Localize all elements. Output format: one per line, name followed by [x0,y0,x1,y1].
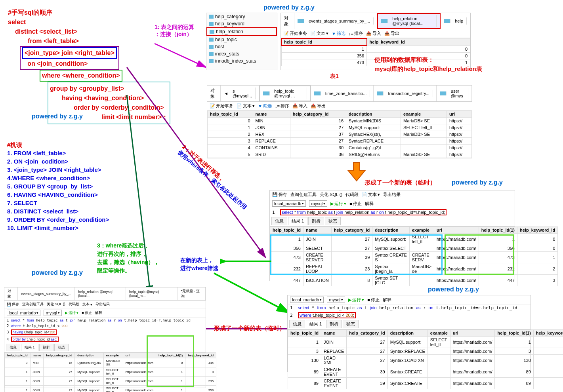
table-row[interactable]: 3REPLACE27Syntax:REPLACEhttps://mariadb.… [288,348,563,355]
explain-button[interactable]: 解释 [365,201,374,207]
text-button[interactable]: 📄文本▾ [362,192,380,198]
tab-profile[interactable]: 剖析 [326,320,342,328]
col-header[interactable]: url [447,111,472,118]
tab-objects[interactable]: 对象 [207,86,221,101]
col-header[interactable]: name [321,330,346,337]
tab-result1[interactable]: 结果 1 [288,217,307,225]
sql-line-1[interactable]: 1 select * from help_topic as t join hel… [288,304,531,311]
connection-combo[interactable]: local_mariadb [272,200,306,207]
tab-help[interactable]: help [441,13,470,29]
col-header[interactable]: example [103,353,123,358]
beautify-button[interactable]: 美化 SQL () [47,302,65,307]
db-combo[interactable]: mysql [309,200,327,207]
table-row[interactable]: 4CONTAINS30Contains(g1,g2)Ihttps:// [208,145,472,151]
col-header[interactable]: help_category_id [347,330,387,337]
tab-active[interactable]: *无标题 - 查询 [178,287,206,300]
col-header[interactable]: description [387,330,427,337]
tab-info[interactable]: 信息 [6,344,20,351]
tree-item[interactable]: help_keyword [206,20,277,27]
table-row[interactable]: 89CREATE EVENT39Syntax:CREATEhttps://mar… [288,366,563,378]
table-row[interactable]: 1JOIN27MySQL support:SELECT left_tlhttps… [208,124,472,131]
col-header[interactable]: help_topic_id [5,353,31,358]
table-row[interactable]: 1JOIN27MySQL support:SELECT left_tlhttps… [288,337,563,348]
sort-button[interactable]: ↓≡排序 [349,30,363,36]
query-builder-button[interactable]: 查询创建工具 [22,302,44,307]
snippet-button[interactable]: 代码段 [345,192,359,198]
col-header[interactable]: help_keyword_id [517,227,557,234]
col-header[interactable]: name [253,111,290,118]
table-row[interactable]: 130LOAD XML27Syntax:LOAD XNhttps://maria… [288,355,563,366]
col-header[interactable]: example [409,227,434,234]
export-button[interactable]: 📤导出 [384,30,399,36]
explain-button[interactable]: 解释 [383,297,391,303]
tab[interactable]: ◄s @mysql... [221,86,259,101]
table-row[interactable]: 3REPLACE27Syntax:REPLACEhttps:// [208,138,472,145]
sql-line[interactable]: 1 select * from help_topic as t join hel… [4,318,206,323]
col-header[interactable]: help_topic_id [270,227,303,234]
text-button[interactable]: 📄文本▾ [237,103,255,109]
tab[interactable]: events_stages_summary_by_... [18,287,75,300]
sort-button[interactable]: ↓≡排序 [275,103,289,109]
col-help-topic-id[interactable]: help_topic_id [281,38,367,46]
tree-item[interactable]: index_stats [206,50,277,57]
tab-result1[interactable]: 结果 1 [306,320,325,328]
tab[interactable]: time_zone_transitio... [311,86,374,101]
col-header[interactable]: example [401,111,447,118]
run-button[interactable]: ▶运行▾ [330,201,346,207]
tree-item[interactable]: innodb_index_stats [206,57,277,65]
col-header[interactable]: help_category_id [290,111,346,118]
sql-line-2[interactable]: 2 where t.help_topic_id < 200; [288,311,531,319]
tab-objects[interactable]: 对象 [281,13,294,29]
col-header[interactable]: help_topic_id [208,111,253,118]
tab[interactable]: 对象 [4,287,18,300]
table-row[interactable]: 2HEX37Syntax:HEX(str),MariaDB> SEhttps:/… [208,131,472,138]
col-header[interactable]: help_keyword_id [533,330,563,337]
tab-status[interactable]: 状态 [54,344,69,351]
import-button[interactable]: 📥导入 [366,30,381,36]
col-header[interactable]: description [346,111,401,118]
col-header[interactable]: url [450,330,495,337]
import-button[interactable]: 📥导入 [292,103,307,109]
col-header[interactable]: help_category_id [331,227,372,234]
tree-item[interactable]: help_topic [206,36,277,43]
tab-status[interactable]: 状态 [325,217,341,225]
table-row[interactable]: 447ISOLATION8Syntax:SET [GLOhttps://mari… [270,275,558,286]
tree-item[interactable]: help_category [206,13,277,20]
explain-button[interactable]: 解释 [95,310,102,316]
tab-info[interactable]: 信息 [271,217,287,225]
tree-item[interactable]: host [206,43,277,50]
col-header[interactable]: help_category_id [44,353,75,358]
export-result-button[interactable]: 导出结果 [383,192,401,198]
tab[interactable]: help_topic @mysql (local_m... [126,287,178,300]
col-help-keyword-id[interactable]: help_keyword_id [367,38,470,46]
run-button[interactable]: ▶运行▾ [65,310,78,316]
col-header[interactable]: name [30,353,44,358]
export-button[interactable]: 📤导出 [311,103,326,109]
filter-button[interactable]: ▼筛选 [332,30,345,36]
table-row[interactable]: 89CREATE EVENT39Syntax:CREATEhttps://mar… [288,378,563,389]
tab[interactable]: help_relation @mysql (local... [75,287,126,300]
tab[interactable]: user @mys [437,86,472,101]
tab-help-relation[interactable]: help_relation @mysql (local... [377,13,441,29]
snippet-button[interactable]: 代码段 [69,302,79,307]
tab-profile[interactable]: 剖析 [308,217,324,225]
filter-button[interactable]: ▼筛选 [258,103,272,109]
sql-line[interactable]: 1 select * from help_topic as t join hel… [270,208,515,216]
tab-profile[interactable]: 剖析 [39,344,53,351]
col-header[interactable]: help_topic_id(1) [479,227,517,234]
db-combo[interactable]: mysql [44,310,62,316]
sql-line[interactable]: 3 having r.help_topic_id<150 [4,329,206,336]
table-row[interactable]: 5SRID36SRID(g)ReturnsMariaDB> SEhttps:// [208,151,472,158]
col-header[interactable]: description [372,227,410,234]
stop-button[interactable]: ■停止 [82,310,92,316]
connection-combo[interactable]: local_mariadb [290,297,324,303]
col-header[interactable]: example [427,330,450,337]
begin-trans-button[interactable]: 📝开始事务 [283,30,307,36]
db-combo[interactable]: mysql [327,297,345,303]
tab-help-topic[interactable]: help_topic @mysql ... [259,86,311,101]
beautify-button[interactable]: 美化 SQL () [320,192,342,198]
tab-status[interactable]: 状态 [343,320,359,328]
connection-combo[interactable]: local_mariadb [7,310,40,316]
run-button[interactable]: ▶运行▾ [348,297,364,303]
stop-button[interactable]: ■停止 [367,297,380,303]
